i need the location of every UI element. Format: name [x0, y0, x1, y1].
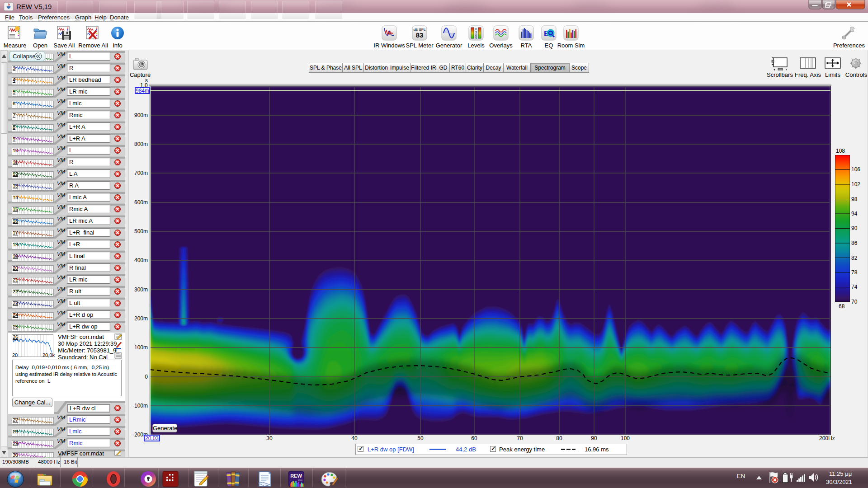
svg-text:V5.1: V5.1: [298, 479, 303, 481]
svg-text:REW: REW: [290, 473, 302, 479]
svg-text:83: 83: [416, 31, 424, 39]
svg-text:3: 3: [475, 31, 477, 34]
svg-text:9: 9: [475, 37, 477, 40]
svg-text:0: 0: [475, 28, 477, 31]
